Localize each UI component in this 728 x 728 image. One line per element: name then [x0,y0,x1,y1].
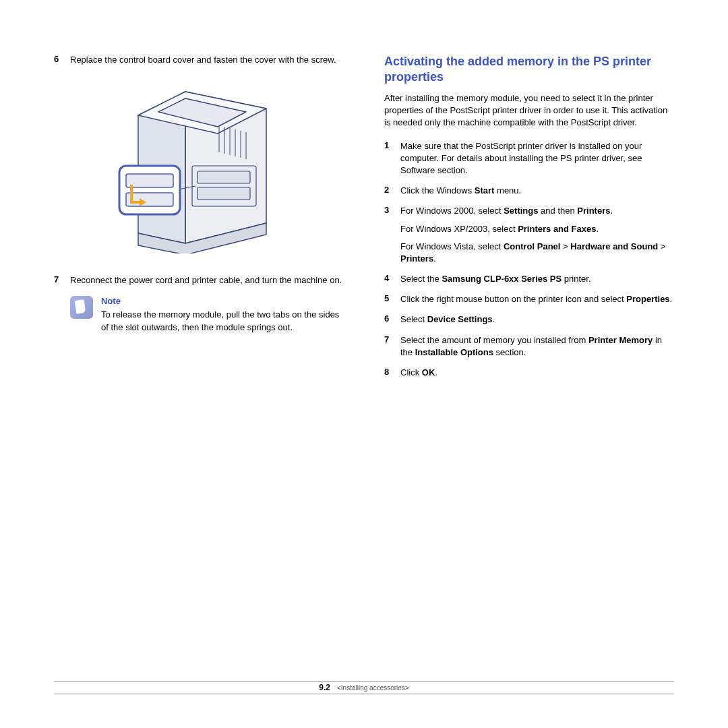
ps-step-5: 5 Click the right mouse button on the pr… [384,293,674,305]
ps-step-7: 7 Select the amount of memory you instal… [384,334,674,359]
step-number: 1 [384,140,400,177]
step-text: Make sure that the PostScript printer dr… [400,140,674,177]
svg-rect-12 [126,193,173,206]
ps-step-6: 6 Select Device Settings. [384,313,674,326]
step-number: 4 [384,273,400,285]
note-text: To release the memory module, pull the t… [101,309,344,333]
step-number: 8 [384,367,400,379]
ps-step-4: 4 Select the Samsung CLP-6xx Series PS p… [384,273,674,285]
printer-rear-icon [111,78,286,253]
left-column: 6 Replace the control board cover and fa… [54,54,344,387]
step-7: 7 Reconnect the power cord and printer c… [54,274,344,286]
section-intro: After installing the memory module, you … [384,92,674,129]
ps-step-1: 1 Make sure that the PostScript printer … [384,140,674,177]
step-text: Click the Windows Start menu. [400,185,674,197]
note-content: Note To release the memory module, pull … [101,296,344,333]
step-text: Click OK. [400,367,674,379]
step-number: 6 [54,54,70,66]
right-column: Activating the added memory in the PS pr… [384,54,674,387]
step-number: 3 [384,205,400,265]
svg-rect-7 [198,171,250,183]
step-text: Select Device Settings. [400,313,674,326]
step-number: 6 [384,313,400,326]
svg-rect-8 [198,187,250,200]
section-heading: Activating the added memory in the PS pr… [384,54,674,84]
page-number: 9.2 [319,683,330,692]
memory-slot-callout [119,166,180,214]
svg-rect-11 [126,174,173,187]
step-text: Click the right mouse button on the prin… [400,293,674,305]
step-number: 7 [54,274,70,286]
svg-rect-10 [119,166,180,214]
ps-step-3: 3 For Windows 2000, select Settings and … [384,205,674,265]
step-number: 2 [384,185,400,197]
page-footer: 9.2 <Installing accessories> [54,681,674,694]
step-text: Select the amount of memory you installe… [400,334,674,359]
step-text: Reconnect the power cord and printer cab… [70,274,344,286]
breadcrumb: <Installing accessories> [337,684,409,692]
step-number: 5 [384,293,400,305]
note-icon [70,296,93,319]
ps-step-8: 8 Click OK. [384,367,674,379]
printer-illustration [54,78,344,255]
ps-step-2: 2 Click the Windows Start menu. [384,185,674,197]
step-number: 7 [384,334,400,359]
note-title: Note [101,296,344,306]
step-text: For Windows 2000, select Settings and th… [400,205,674,265]
note-block: Note To release the memory module, pull … [70,296,344,333]
step-text: Select the Samsung CLP-6xx Series PS pri… [400,273,674,285]
step-text: Replace the control board cover and fast… [70,54,344,66]
step-6: 6 Replace the control board cover and fa… [54,54,344,66]
